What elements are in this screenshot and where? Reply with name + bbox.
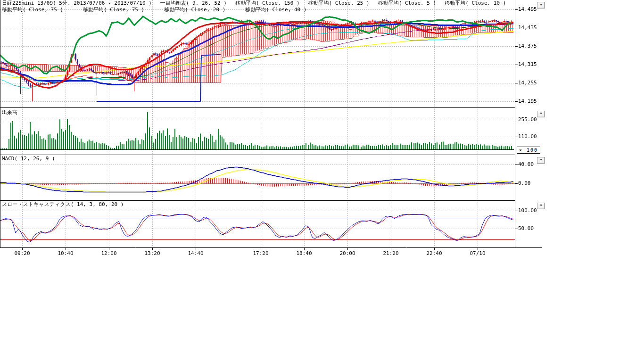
legend-line-2: 移動平均( Close, 75 )移動平均( Close, 75 )移動平均( … <box>2 7 326 13</box>
legend-item: 移動平均( Close, 150 ) <box>235 0 300 6</box>
y-axis-tick-label: 110.00 <box>518 134 537 140</box>
macd-panel-title: MACD( 12, 26, 9 ) <box>2 156 55 162</box>
x-axis-tick-label: 22:40 <box>423 251 446 256</box>
y-axis-tick-label: 14,435 <box>518 25 537 31</box>
legend-item: 移動平均( Close, 40 ) <box>245 7 306 13</box>
legend-item: 移動平均( Close, 5 ) <box>378 0 436 6</box>
y-axis-tick-label: 0.00 <box>518 181 531 186</box>
y-axis-tick-label: 14,495 <box>518 7 537 12</box>
legend-item: 一目均衡表( 9, 26, 52 ) <box>160 0 227 6</box>
x-axis-tick-label: 18:40 <box>293 251 315 256</box>
x-axis-tick-label: 20:00 <box>336 251 359 256</box>
y-axis-tick-label: 255.00 <box>518 117 537 123</box>
x-axis-tick-label: 12:00 <box>98 251 120 256</box>
stochastics-panel-dropdown-button[interactable]: ▼ <box>537 203 545 209</box>
x-axis-tick-label: 21:20 <box>380 251 402 256</box>
x-axis-tick-label: 07/10 <box>466 251 489 256</box>
y-axis-tick-label: 100.00 <box>518 208 537 214</box>
y-axis-tick-label: 14,375 <box>518 43 537 49</box>
price-panel-dropdown-button[interactable]: ▼ <box>537 2 545 8</box>
legend-item: 移動平均( Close, 20 ) <box>164 7 225 13</box>
legend-item: 移動平均( Close, 10 ) <box>445 0 506 6</box>
volume-panel-title: 出来高 <box>2 110 17 115</box>
chart-canvas[interactable] <box>0 0 644 362</box>
y-axis-tick-label: 40.00 <box>518 162 534 167</box>
volume-multiplier-badge: × 100 <box>517 147 540 154</box>
legend-item: 移動平均( Close, 75 ) <box>83 7 144 13</box>
x-axis-tick-label: 13:20 <box>141 251 164 256</box>
x-axis-tick-label: 10:40 <box>54 251 77 256</box>
x-axis-tick-label: 17:20 <box>249 251 272 256</box>
y-axis-tick-label: 14,255 <box>518 80 537 86</box>
legend-item: 日経225mini 13/09( 5分, 2013/07/06 - 2013/0… <box>2 0 152 6</box>
stochastics-panel-title: スロー・ストキャスティクス( 14, 3, 80, 20 ) <box>2 202 124 207</box>
y-axis-tick-label: 14,195 <box>518 99 537 104</box>
y-axis-tick-label: 14,315 <box>518 62 537 67</box>
macd-panel-dropdown-button[interactable]: ▼ <box>537 157 545 164</box>
legend-item: 移動平均( Close, 25 ) <box>308 0 370 6</box>
x-axis-tick-label: 09:20 <box>11 251 33 256</box>
y-axis-tick-label: 50.00 <box>518 226 534 231</box>
x-axis-tick-label: 14:40 <box>184 251 207 256</box>
volume-panel-dropdown-button[interactable]: ▼ <box>537 111 545 117</box>
chart-application-window: 日経225mini 13/09( 5分, 2013/07/06 - 2013/0… <box>0 0 644 362</box>
legend-line-1: 日経225mini 13/09( 5分, 2013/07/06 - 2013/0… <box>2 0 514 6</box>
legend-item: 移動平均( Close, 75 ) <box>2 7 63 13</box>
